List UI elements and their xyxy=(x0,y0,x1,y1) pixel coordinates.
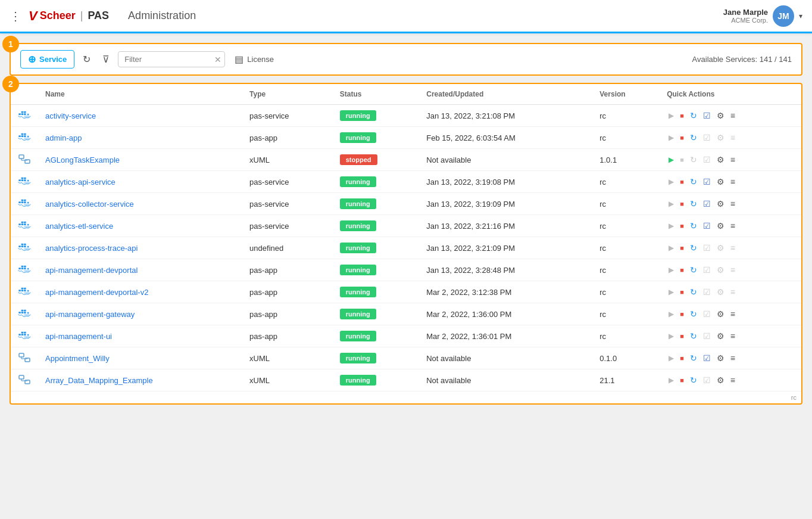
stop-button[interactable]: ■ xyxy=(678,309,686,319)
log-button[interactable]: ≡ xyxy=(729,308,737,320)
log-button[interactable]: ≡ xyxy=(729,176,737,188)
service-status-cell: running xyxy=(333,259,419,281)
svg-rect-5 xyxy=(24,116,30,118)
play-button[interactable]: ▶ xyxy=(667,331,676,341)
restart-button[interactable]: ↻ xyxy=(688,286,699,298)
filter-toggle-button[interactable]: ⊽ xyxy=(99,51,113,67)
add-service-button[interactable]: ⊕ Service xyxy=(20,50,74,69)
stop-button[interactable]: ■ xyxy=(678,199,686,209)
play-button[interactable]: ▶ xyxy=(667,110,676,121)
refresh-button[interactable]: ↻ xyxy=(79,51,94,67)
restart-button[interactable]: ↻ xyxy=(688,330,699,342)
status-badge: running xyxy=(340,220,376,231)
restart-button[interactable]: ↻ xyxy=(688,242,699,254)
log-button[interactable]: ≡ xyxy=(729,220,737,232)
checklist-button[interactable]: ☑ xyxy=(701,110,713,122)
stop-button[interactable]: ■ xyxy=(678,221,686,231)
play-button[interactable]: ▶ xyxy=(667,220,676,231)
menu-dots-icon[interactable]: ⋮ xyxy=(10,9,21,23)
play-button[interactable]: ▶ xyxy=(667,309,676,319)
log-button[interactable]: ≡ xyxy=(729,198,737,210)
log-button[interactable]: ≡ xyxy=(729,374,737,386)
xuml-icon xyxy=(18,377,30,386)
filter-input[interactable] xyxy=(118,51,225,67)
service-name-link[interactable]: activity-service xyxy=(45,111,96,120)
license-button[interactable]: ▤ License xyxy=(230,51,279,67)
service-icon-cell xyxy=(11,237,38,259)
service-name-cell: Appointment_Willy xyxy=(38,347,242,369)
settings-button[interactable]: ⚙ xyxy=(715,198,726,210)
settings-button[interactable]: ⚙ xyxy=(715,176,726,188)
quick-actions-group: ▶ ■ ↻ ☑ ⚙ ≡ xyxy=(667,374,794,386)
stop-button[interactable]: ■ xyxy=(678,111,686,120)
user-menu[interactable]: Jane Marple ACME Corp. JM ▾ xyxy=(723,5,802,27)
svg-rect-34 xyxy=(21,223,24,225)
service-name-link[interactable]: api-management-gateway xyxy=(45,310,135,319)
restart-button[interactable]: ↻ xyxy=(688,198,699,210)
checklist-button[interactable]: ☑ xyxy=(701,220,713,232)
svg-rect-45 xyxy=(24,248,30,250)
clear-filter-button[interactable]: ✕ xyxy=(214,55,221,64)
settings-button[interactable]: ⚙ xyxy=(715,352,726,364)
settings-button[interactable]: ⚙ xyxy=(715,374,726,386)
service-name-link[interactable]: analytics-collector-service xyxy=(45,200,134,209)
service-name-link[interactable]: Array_Data_Mapping_Example xyxy=(45,376,153,385)
service-quickactions-cell: ▶ ■ ↻ ☑ ⚙ ≡ xyxy=(660,303,801,325)
chevron-down-icon[interactable]: ▾ xyxy=(799,12,802,20)
play-button[interactable]: ▶ xyxy=(667,132,676,143)
service-status-cell: running xyxy=(333,281,419,303)
service-name-link[interactable]: analytics-etl-service xyxy=(45,222,113,231)
restart-button[interactable]: ↻ xyxy=(688,220,699,232)
checklist-button[interactable]: ☑ xyxy=(701,352,713,364)
play-button[interactable]: ▶ xyxy=(667,154,676,165)
checklist-button[interactable]: ☑ xyxy=(701,198,713,210)
service-name-link[interactable]: analytics-api-service xyxy=(45,178,115,187)
log-button[interactable]: ≡ xyxy=(729,110,737,122)
service-name-link[interactable]: api-management-devportal xyxy=(45,266,138,275)
play-button[interactable]: ▶ xyxy=(667,176,676,187)
log-button[interactable]: ≡ xyxy=(729,154,737,166)
stop-button[interactable]: ■ xyxy=(678,287,686,297)
restart-button[interactable]: ↻ xyxy=(688,264,699,276)
service-name-link[interactable]: api-management-ui xyxy=(45,332,112,341)
service-name-link[interactable]: Appointment_Willy xyxy=(45,354,110,363)
stop-button[interactable]: ■ xyxy=(678,331,686,341)
service-version-cell: rc xyxy=(592,303,660,325)
stop-button[interactable]: ■ xyxy=(678,177,686,187)
play-button[interactable]: ▶ xyxy=(667,353,676,363)
settings-button[interactable]: ⚙ xyxy=(715,308,726,320)
play-button[interactable]: ▶ xyxy=(667,243,676,253)
settings-button[interactable]: ⚙ xyxy=(715,154,726,166)
log-button[interactable]: ≡ xyxy=(729,352,737,364)
restart-button[interactable]: ↻ xyxy=(688,352,699,364)
stop-button[interactable]: ■ xyxy=(678,243,686,253)
service-icon-cell xyxy=(11,127,38,149)
play-button[interactable]: ▶ xyxy=(667,198,676,209)
restart-button[interactable]: ↻ xyxy=(688,176,699,188)
log-button: ≡ xyxy=(729,132,737,144)
stop-button[interactable]: ■ xyxy=(678,133,686,142)
restart-button[interactable]: ↻ xyxy=(688,308,699,320)
play-button[interactable]: ▶ xyxy=(667,265,676,275)
service-name-link[interactable]: analytics-process-trace-api xyxy=(45,244,138,253)
restart-button[interactable]: ↻ xyxy=(688,110,699,122)
service-name-link[interactable]: AGLongTaskExample xyxy=(45,156,120,164)
settings-button[interactable]: ⚙ xyxy=(715,330,726,342)
checklist-button[interactable]: ☑ xyxy=(701,176,713,188)
quick-actions-group: ▶ ■ ↻ ☑ ⚙ ≡ xyxy=(667,242,794,254)
play-button[interactable]: ▶ xyxy=(667,287,676,297)
avatar[interactable]: JM xyxy=(773,5,794,27)
service-name-link[interactable]: api-management-devportal-v2 xyxy=(45,288,148,297)
settings-button[interactable]: ⚙ xyxy=(715,220,726,232)
stop-button[interactable]: ■ xyxy=(678,375,686,385)
service-icon-cell xyxy=(11,369,38,391)
log-button[interactable]: ≡ xyxy=(729,330,737,342)
service-name-link[interactable]: admin-app xyxy=(45,133,82,142)
restart-button[interactable]: ↻ xyxy=(688,374,699,386)
service-icon-cell xyxy=(11,303,38,325)
play-button[interactable]: ▶ xyxy=(667,375,676,386)
stop-button[interactable]: ■ xyxy=(678,265,686,275)
stop-button[interactable]: ■ xyxy=(678,353,686,363)
settings-button[interactable]: ⚙ xyxy=(715,110,726,122)
restart-button[interactable]: ↻ xyxy=(688,132,699,144)
